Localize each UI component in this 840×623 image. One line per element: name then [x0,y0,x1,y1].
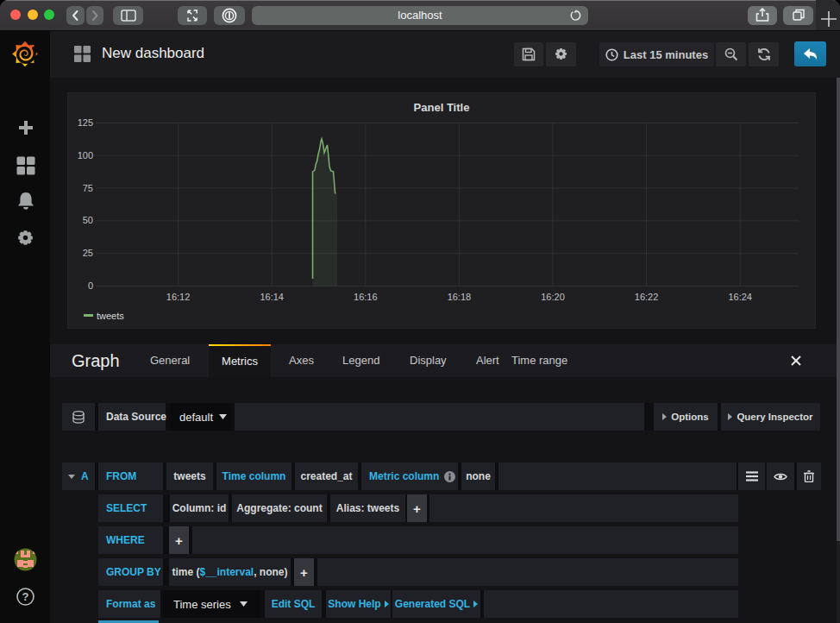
svg-text:16:18: 16:18 [448,292,472,302]
svg-text:16:22: 16:22 [635,292,659,302]
svg-text:125: 125 [78,117,93,128]
svg-text:16:16: 16:16 [354,292,378,302]
svg-text:0: 0 [88,280,93,291]
svg-text:75: 75 [83,183,93,193]
svg-text:16:24: 16:24 [728,292,752,302]
svg-text:16:12: 16:12 [166,292,191,302]
svg-text:25: 25 [83,248,93,258]
svg-text:16:20: 16:20 [541,292,565,302]
svg-text:50: 50 [83,215,93,225]
svg-text:100: 100 [78,150,93,160]
svg-text:16:14: 16:14 [260,292,284,302]
svg-text:tweets: tweets [97,311,124,321]
